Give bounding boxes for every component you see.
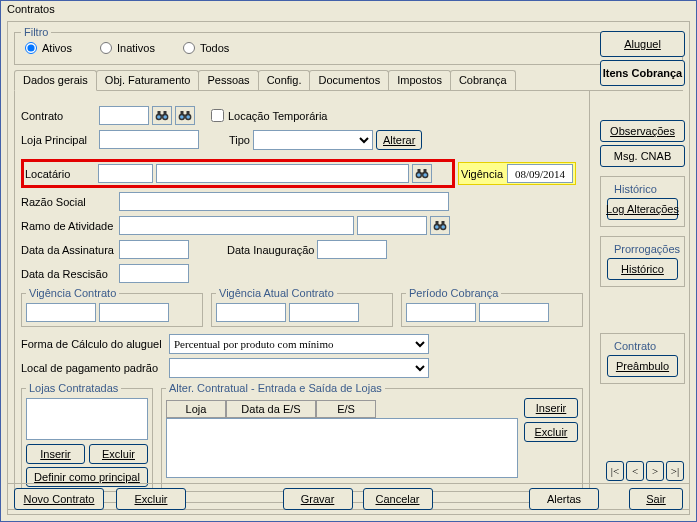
lookup2-icon[interactable] [175,106,195,125]
definir-principal-label: Definir como principal [34,471,140,483]
label-forma-calculo: Forma de Cálculo do aluguel [21,338,166,350]
group-vigencia-contrato: Vigência Contrato [21,287,203,327]
label-data-rescisao: Data da Rescisão [21,268,116,280]
alertas-button[interactable]: Alertas [529,488,599,510]
legend-alter-contratual: Alter. Contratual - Entrada e Saída de L… [166,382,385,394]
record-nav: |< < > >| [606,461,684,481]
input-data-rescisao[interactable] [119,264,189,283]
input-locatario-code[interactable] [98,164,153,183]
excluir-alter-button[interactable]: Excluir [524,422,578,442]
input-data-assinatura[interactable] [119,240,189,259]
filter-ativos-radio[interactable] [25,42,37,54]
input-loja-principal[interactable] [99,130,199,149]
input-vig-contrato-to[interactable] [99,303,169,322]
input-vig-atual-from[interactable] [216,303,286,322]
novo-contrato-button[interactable]: Novo Contrato [14,488,104,510]
gravar-label: Gravar [301,493,335,505]
legend-contrato: Contrato [611,340,659,352]
filter-group: Filtro Ativos Inativos Todos [14,26,683,65]
legend-vig-contrato: Vigência Contrato [26,287,119,299]
cancelar-button[interactable]: Cancelar [363,488,433,510]
vigencia-highlight: Vigência [458,162,576,185]
filter-todos-radio[interactable] [183,42,195,54]
checkbox-loc-temporaria[interactable]: Locação Temporária [211,109,327,122]
group-contrato: Contrato Preâmbulo [600,333,685,384]
excluir-loja-label: Excluir [102,448,135,460]
nav-next-button[interactable]: > [646,461,664,481]
input-periodo-from[interactable] [406,303,476,322]
group-prorrogacoes: Prorrogações Histórico [600,236,685,287]
label-vigencia: Vigência [461,168,503,180]
itens-cobranca-button[interactable]: Itens Cobrança [600,60,685,86]
window-title: Contratos [1,1,696,17]
input-razao-social[interactable] [119,192,449,211]
label-razao-social: Razão Social [21,196,116,208]
historico-prorrog-button[interactable]: Histórico [607,258,678,280]
log-alteracoes-button[interactable]: Log Alterações [607,198,678,220]
excluir-alter-label: Excluir [534,426,567,438]
filter-inativos[interactable]: Inativos [100,42,155,54]
label-data-inauguracao: Data Inauguração [227,244,314,256]
input-vigencia[interactable] [507,164,573,183]
lookup1-icon[interactable] [152,106,172,125]
group-lojas-contratadas: Lojas Contratadas Inserir Excluir Defini… [21,382,153,492]
label-tipo: Tipo [229,134,250,146]
lookup-ramo-icon[interactable] [430,216,450,235]
sair-button[interactable]: Sair [629,488,683,510]
input-vig-contrato-from[interactable] [26,303,96,322]
label-local-pagamento: Local de pagamento padrão [21,362,166,374]
aluguel-label: Aluguel [624,38,661,50]
inserir-alter-button[interactable]: Inserir [524,398,578,418]
filter-ativos[interactable]: Ativos [25,42,72,54]
tab-cobranca[interactable]: Cobrança [450,70,516,90]
alterar-button-label: Alterar [383,134,415,146]
tab-pessoas[interactable]: Pessoas [198,70,258,90]
alterar-button[interactable]: Alterar [376,130,422,150]
input-ramo-ativ-code[interactable] [119,216,354,235]
nav-first-button[interactable]: |< [606,461,624,481]
tab-documentos[interactable]: Documentos [309,70,389,90]
inserir-loja-label: Inserir [40,448,71,460]
legend-vig-atual: Vigência Atual Contrato [216,287,337,299]
list-lojas-contratadas[interactable] [26,398,148,440]
log-alteracoes-label: Log Alterações [606,203,679,215]
historico-prorrog-label: Histórico [621,263,664,275]
tab-obj-faturamento[interactable]: Obj. Faturamento [96,70,200,90]
input-data-inauguracao[interactable] [317,240,387,259]
inserir-loja-button[interactable]: Inserir [26,444,85,464]
aluguel-button[interactable]: Aluguel [600,31,685,57]
input-periodo-to[interactable] [479,303,549,322]
select-local-pagamento[interactable] [169,358,429,378]
tab-impostos[interactable]: Impostos [388,70,451,90]
legend-periodo-cobranca: Período Cobrança [406,287,501,299]
filter-todos-label: Todos [200,42,229,54]
filter-inativos-radio[interactable] [100,42,112,54]
tabs: Dados gerais Obj. Faturamento Pessoas Co… [14,69,683,91]
input-contrato[interactable] [99,106,149,125]
msg-cnab-button[interactable]: Msg. CNAB [600,145,685,167]
select-forma-calculo[interactable]: Percentual por produto com mínimo [169,334,429,354]
excluir-loja-button[interactable]: Excluir [89,444,148,464]
list-alter-contratual[interactable] [166,418,518,478]
input-locatario-name[interactable] [156,164,409,183]
label-loja-principal: Loja Principal [21,134,96,146]
filter-inativos-label: Inativos [117,42,155,54]
nav-last-button[interactable]: >| [666,461,684,481]
gravar-button[interactable]: Gravar [283,488,353,510]
input-vig-atual-to[interactable] [289,303,359,322]
observacoes-button[interactable]: Observações [600,120,685,142]
legend-lojas-contratadas: Lojas Contratadas [26,382,121,394]
input-ramo-ativ-name[interactable] [357,216,427,235]
tab-dados-gerais[interactable]: Dados gerais [14,70,97,91]
preambulo-button[interactable]: Preâmbulo [607,355,678,377]
select-tipo[interactable] [253,130,373,150]
filter-todos[interactable]: Todos [183,42,229,54]
excluir-footer-button[interactable]: Excluir [116,488,186,510]
table-header: Loja Data da E/S E/S [166,400,518,418]
group-vigencia-atual: Vigência Atual Contrato [211,287,393,327]
lookup-locatario-icon[interactable] [412,164,432,183]
tab-config[interactable]: Config. [258,70,311,90]
checkbox-loc-temporaria-input[interactable] [211,109,224,122]
label-data-assinatura: Data da Assinatura [21,244,116,256]
nav-prev-button[interactable]: < [626,461,644,481]
